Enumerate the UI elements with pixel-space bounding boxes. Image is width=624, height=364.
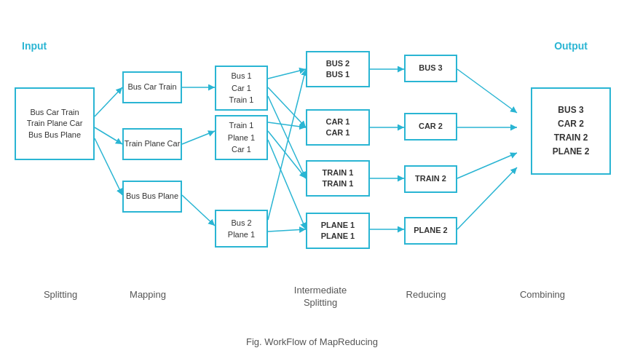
inter-box-2: CAR 1 CAR 1 — [306, 109, 370, 146]
svg-line-14 — [268, 229, 306, 232]
reduce-box-2: CAR 2 — [404, 113, 457, 141]
svg-line-11 — [268, 131, 306, 178]
label-reducing: Reducing — [393, 289, 459, 300]
svg-line-7 — [268, 69, 306, 79]
svg-line-19 — [457, 69, 517, 113]
map-box-2: Train Plane Car — [122, 128, 182, 160]
label-splitting: Splitting — [20, 289, 100, 300]
label-combining: Combining — [506, 289, 579, 300]
svg-line-22 — [457, 167, 517, 229]
svg-line-3 — [95, 138, 122, 195]
output-label: Output — [554, 40, 588, 52]
reduce-box-3: TRAIN 2 — [404, 165, 457, 193]
split-box-3: Bus 2 Plane 1 — [215, 210, 268, 248]
caption: Fig. WorkFlow of MapReducing — [0, 336, 624, 347]
inter-box-1: BUS 2 BUS 1 — [306, 51, 370, 87]
input-label: Input — [22, 40, 47, 52]
reduce-box-4: PLANE 2 — [404, 217, 457, 245]
svg-line-13 — [268, 69, 306, 220]
inter-box-4: PLANE 1 PLANE 1 — [306, 213, 370, 249]
inter-box-3: TRAIN 1 TRAIN 1 — [306, 160, 370, 197]
svg-line-8 — [268, 87, 306, 127]
svg-line-6 — [182, 195, 215, 226]
map-box-3: Bus Bus Plane — [122, 181, 182, 213]
svg-line-10 — [268, 122, 306, 127]
split-box-2: Train 1 Plane 1 Car 1 — [215, 115, 268, 160]
svg-line-5 — [182, 131, 215, 144]
output-box: BUS 3 CAR 2 TRAIN 2 PLANE 2 — [531, 87, 611, 175]
split-box-1: Bus 1 Car 1 Train 1 — [215, 66, 268, 111]
svg-line-9 — [268, 96, 306, 178]
svg-line-12 — [268, 140, 306, 229]
diagram-container: Input Bus Car Train Train Plane Car Bus … — [0, 0, 624, 335]
input-box: Bus Car Train Train Plane Car Bus Bus Pl… — [15, 87, 95, 160]
label-intermediate: IntermediateSplitting — [284, 285, 357, 309]
reduce-box-1: BUS 3 — [404, 55, 457, 82]
label-mapping: Mapping — [115, 289, 181, 300]
map-box-1: Bus Car Train — [122, 71, 182, 103]
svg-line-1 — [95, 87, 122, 116]
svg-line-21 — [457, 153, 517, 178]
svg-line-2 — [95, 127, 122, 144]
